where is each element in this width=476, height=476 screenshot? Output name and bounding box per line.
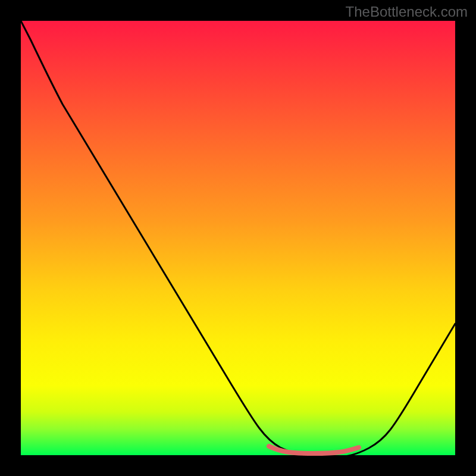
plot-area — [21, 21, 455, 455]
chart-frame: TheBottleneck.com — [0, 0, 476, 476]
chart-svg — [0, 0, 476, 476]
watermark-text: TheBottleneck.com — [346, 4, 468, 20]
